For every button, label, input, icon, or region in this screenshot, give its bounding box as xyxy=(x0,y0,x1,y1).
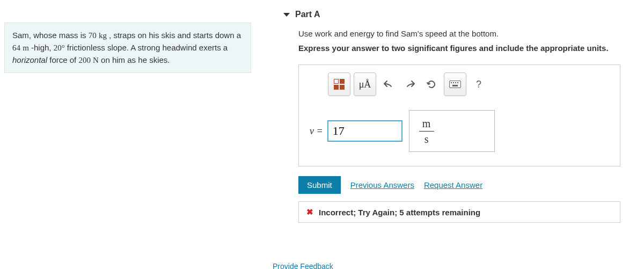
feedback-box: ✖ Incorrect; Try Again; 5 attempts remai… xyxy=(298,201,620,223)
undo-icon xyxy=(384,80,393,89)
submit-button[interactable]: Submit xyxy=(298,176,341,194)
force-unit: N xyxy=(93,56,99,64)
text: on him as he skies. xyxy=(99,55,170,64)
incorrect-icon: ✖ xyxy=(306,207,313,217)
redo-button[interactable] xyxy=(401,72,419,96)
mass-unit: kg xyxy=(99,31,107,40)
part-panel: Part A Use work and energy to find Sam's… xyxy=(273,8,638,223)
unit-fraction: m s xyxy=(419,118,434,144)
text: Sam, whose mass is xyxy=(12,31,89,40)
mass-value: 70 xyxy=(89,31,97,40)
templates-icon xyxy=(334,79,345,90)
text: frictionless slope. A strong headwind ex… xyxy=(65,43,228,52)
unit-input[interactable]: m s xyxy=(409,110,495,152)
answer-row: v = m s xyxy=(310,110,613,152)
reset-button[interactable] xyxy=(422,72,441,96)
text: -high, xyxy=(29,43,54,52)
action-row: Submit Previous Answers Request Answer xyxy=(298,176,638,194)
problem-statement: Sam, whose mass is 70 kg , straps on his… xyxy=(4,23,251,73)
units-icon: μÅ xyxy=(359,79,371,90)
undo-button[interactable] xyxy=(379,72,398,96)
answer-area: μÅ ? v = xyxy=(298,64,620,166)
equation-toolbar: μÅ ? xyxy=(328,72,613,96)
keyboard-icon xyxy=(449,81,461,88)
previous-answers-link[interactable]: Previous Answers xyxy=(350,180,414,190)
angle: 20° xyxy=(54,43,65,52)
format-instruction: Express your answer to two significant f… xyxy=(298,43,638,53)
variable-label: v = xyxy=(310,126,323,137)
unit-denominator: s xyxy=(425,134,429,144)
text: force of xyxy=(47,55,78,64)
chevron-down-icon xyxy=(283,13,290,17)
redo-icon xyxy=(405,80,415,89)
reset-icon xyxy=(427,79,436,89)
part-title: Part A xyxy=(295,10,320,19)
help-icon: ? xyxy=(476,79,481,90)
keyboard-button[interactable] xyxy=(444,72,466,96)
height-unit: m xyxy=(23,43,29,52)
units-button[interactable]: μÅ xyxy=(354,72,376,96)
fraction-bar xyxy=(419,131,434,132)
help-button[interactable]: ? xyxy=(470,72,488,96)
templates-button[interactable] xyxy=(328,72,350,96)
unit-numerator: m xyxy=(422,118,431,129)
provide-feedback-link[interactable]: Provide Feedback xyxy=(273,262,333,269)
instruction-text: Use work and energy to find Sam's speed … xyxy=(298,29,638,38)
part-header[interactable]: Part A xyxy=(273,8,638,29)
request-answer-link[interactable]: Request Answer xyxy=(424,180,482,190)
force-value: 200 xyxy=(78,56,91,64)
value-input[interactable] xyxy=(327,120,402,142)
feedback-text: Incorrect; Try Again; 5 attempts remaini… xyxy=(319,208,480,217)
height-value: 64 xyxy=(12,43,20,52)
text: , straps on his skis and starts down a xyxy=(107,31,241,40)
italic-text: horizontal xyxy=(12,55,47,64)
